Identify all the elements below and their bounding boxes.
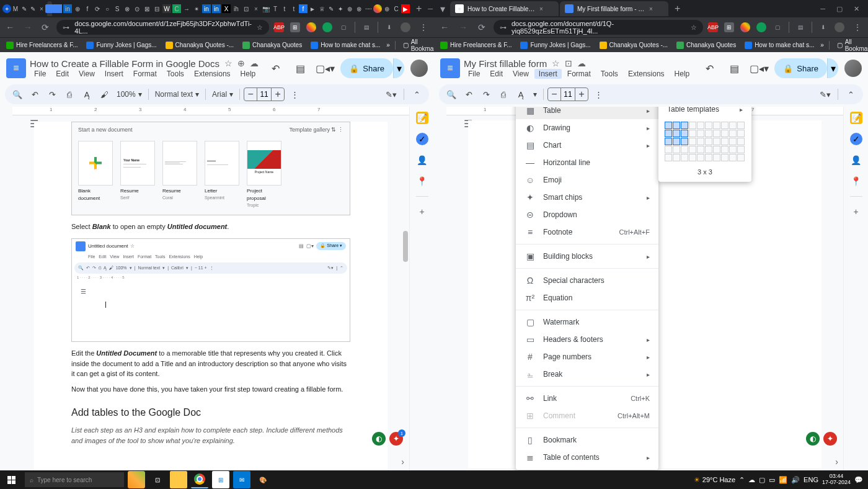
tab-icon[interactable]: ✎ [29,4,37,13]
meet-icon[interactable]: ▢◂▾ [316,59,334,78]
browser-tab[interactable]: ✦ How to Create Fillable Forms in × [450,1,559,16]
insert-menu-dropdown[interactable]: ⊝Dropdown [516,206,658,223]
tab-icon[interactable]: f [83,4,92,13]
contacts-icon[interactable]: 👤 [416,154,428,166]
tab-icon[interactable]: ⊟ [153,4,161,13]
explorer-icon[interactable] [170,471,187,488]
battery-icon[interactable]: ▭ [769,476,775,484]
tab-icon[interactable]: ✦ [336,4,345,13]
grid-cell[interactable] [721,154,728,161]
menu-view[interactable]: View [74,69,99,79]
reload-button[interactable]: ⟳ [475,22,489,32]
new-tab-button[interactable]: + [670,3,685,14]
insert-menu-footnote[interactable]: ≡FootnoteCtrl+Alt+F [516,223,658,241]
new-tab-button[interactable]: + [411,3,427,14]
grid-cell[interactable] [705,154,712,161]
reload-button[interactable]: ⟳ [39,22,51,32]
url-input[interactable]: ⊶ docs.google.com/document/d/1zeFjb65jh3… [56,20,269,35]
history-icon[interactable]: ↶ [266,59,285,78]
more-format-icon[interactable]: ⋮ [591,87,606,102]
explore-button-icon[interactable]: › [835,457,838,467]
move-icon[interactable]: ⊡ [565,58,572,68]
grid-cell[interactable] [665,122,672,129]
search-menus-icon[interactable]: 🔍 [10,87,25,102]
grid-cell[interactable] [729,130,737,137]
docs-logo-icon[interactable]: ≡ [6,58,26,78]
grid-cell[interactable] [729,154,737,161]
contacts-icon[interactable]: 👤 [850,154,862,166]
tasks-icon[interactable]: ✓ [416,133,428,145]
bookmark-overflow[interactable]: » [820,42,824,48]
share-dropdown[interactable]: ▾ [827,58,838,78]
comments-icon[interactable]: ▤ [291,59,309,78]
grid-cell[interactable] [721,138,728,145]
tab-icon[interactable]: t [280,4,289,13]
tab-icon[interactable]: ✎ [20,4,29,13]
menu-insert[interactable]: Insert [534,69,562,79]
font-select[interactable]: Arial ▾ [210,90,236,99]
menu-tools[interactable]: Tools [596,69,622,79]
google-icon[interactable] [740,22,750,32]
clock[interactable]: 03:44 17-07-2024 [822,473,851,486]
print-icon[interactable]: ⎙ [496,87,511,102]
font-size-input[interactable]: −11+ [244,87,285,101]
grid-cell[interactable] [721,130,728,137]
print-icon[interactable]: ⎙ [62,87,77,102]
bookmark-item[interactable]: Funny Jokes | Gags... [84,40,159,50]
bookmark-overflow[interactable]: » [386,42,390,48]
menu-format[interactable]: Format [563,69,595,79]
store-icon[interactable]: ⊞ [212,471,229,488]
downloads-icon[interactable]: ⬇ [818,22,828,32]
spellcheck-icon[interactable]: Ą [79,87,94,102]
font-select-truncated[interactable]: ▾ [531,90,539,99]
grid-cell[interactable] [721,122,728,129]
grid-cell[interactable] [713,122,720,129]
insert-menu-watermark[interactable]: ▢Watermark [516,313,658,331]
minimize-button[interactable]: ─ [428,5,433,13]
tab-icon[interactable]: ⊗ [123,4,131,13]
grid-cell[interactable] [705,146,712,153]
undo-icon[interactable]: ↶ [27,87,42,102]
grid-cell[interactable] [673,130,680,137]
ext-icon[interactable] [322,22,332,32]
menu-view[interactable]: View [508,69,533,79]
grid-cell[interactable] [681,146,688,153]
paint-format-icon[interactable]: 🖌 [97,87,112,102]
more-icon[interactable]: ⋮ [851,22,864,32]
redo-icon[interactable]: ↷ [45,87,60,102]
language-indicator[interactable]: ENG [804,476,818,483]
tab-icon[interactable]: C [392,4,401,13]
keep-icon[interactable]: 📝 [850,112,862,124]
tasks-icon[interactable]: ✓ [850,133,862,145]
tab-icon[interactable]: ᠁ [364,4,373,13]
tab-icon[interactable] [53,4,62,13]
grid-cell[interactable] [689,138,696,145]
add-icon[interactable]: + [850,205,862,218]
close-button[interactable]: ✕ [854,5,859,13]
grid-cell[interactable] [705,130,712,137]
tab-icon[interactable]: ⊠ [143,4,151,13]
grid-cell[interactable] [673,122,680,129]
more-format-icon[interactable]: ⋮ [287,87,302,102]
collapse-icon[interactable]: ⌃ [843,87,858,102]
abp-icon[interactable]: ABP [274,22,284,32]
tab-icon[interactable]: → [182,4,191,13]
volume-icon[interactable]: 🔊 [791,476,800,484]
ext-icon[interactable]: ⊞ [724,22,734,32]
grid-cell[interactable] [665,154,672,161]
bookmark-item[interactable]: Chanakya Quotes -... [163,40,237,50]
share-dropdown[interactable]: ▾ [393,58,404,78]
spellcheck-icon[interactable]: Ą [513,87,528,102]
menu-file[interactable]: File [30,69,50,79]
grid-cell[interactable] [713,138,720,145]
insert-menu-table-of-contents[interactable]: ≣Table of contents▸ [516,449,658,466]
profile-icon[interactable] [835,22,844,32]
notification-icon[interactable]: ✦ [823,432,837,446]
undo-icon[interactable]: ↶ [461,87,476,102]
bookmark-item[interactable]: Hire Freelancers & F... [4,40,80,50]
grammarly-icon[interactable]: ◐ [372,432,386,446]
maps-icon[interactable]: 📍 [850,175,862,187]
grid-cell[interactable] [673,146,680,153]
menu-file[interactable]: File [464,69,484,79]
bookmark-star-icon[interactable]: ☆ [691,24,697,32]
